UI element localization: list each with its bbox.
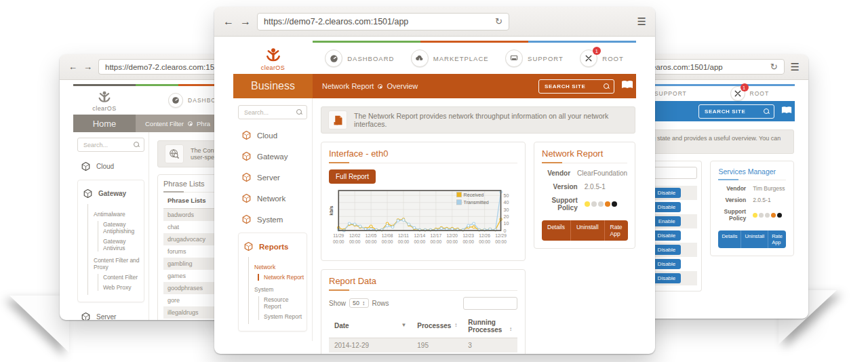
cube-icon <box>241 193 252 203</box>
sidebar-item[interactable]: Gateway <box>241 151 307 161</box>
nav-marketplace[interactable]: MARKETPLACE <box>411 49 489 67</box>
browser-chrome: ← → https://demo7-2.clearos.com:1501/app… <box>214 7 655 37</box>
sidebar-item[interactable]: System <box>241 214 307 224</box>
subtree-group-system: System Resource Report System Report <box>254 286 307 320</box>
user-guide-icon[interactable] <box>621 80 633 92</box>
svg-text:12/11: 12/11 <box>398 233 409 238</box>
app-buttons: Details Uninstall Rate App <box>542 220 628 241</box>
rate-app-button[interactable]: Rate App <box>605 220 628 241</box>
sort-icon[interactable]: ↕ <box>454 322 457 328</box>
services-filter-input[interactable] <box>650 167 697 179</box>
forward-icon[interactable]: → <box>83 62 92 71</box>
table-row[interactable]: 2014-12-28 178 3 <box>329 353 517 354</box>
svg-text:00:00: 00:00 <box>349 239 361 244</box>
sidebar-item[interactable]: Server <box>81 312 144 320</box>
sidebar-item-system-report[interactable]: System Report <box>264 313 307 320</box>
clearos-logo-icon <box>97 89 112 104</box>
sidebar-item-cloud[interactable]: Cloud <box>81 161 144 172</box>
sidebar-item-content-filter[interactable]: Content Filter <box>103 274 144 281</box>
sidebar-item[interactable]: Network <box>241 193 307 203</box>
details-button[interactable]: Details <box>542 220 571 241</box>
full-report-button[interactable]: Full Report <box>329 169 376 184</box>
sidebar-search[interactable] <box>238 105 307 119</box>
site-search-input[interactable] <box>703 108 760 115</box>
column-header-date[interactable]: Date ▼ <box>329 315 412 338</box>
sort-desc-icon[interactable]: ▼ <box>401 322 406 328</box>
sidebar-item-network-report[interactable]: Network Report <box>258 274 307 281</box>
support-policy-dot <box>765 213 770 218</box>
service-toggle-button[interactable]: Disable <box>652 259 682 269</box>
desktop-stage: ← → https://demo7-2.clearos.com:15 <box>0 0 868 362</box>
column-header-running-processes[interactable]: Running Processes ↕ <box>462 315 517 338</box>
section-bar: Business Network Report Overview <box>233 74 636 98</box>
svg-text:00:00: 00:00 <box>333 239 344 244</box>
sidebar-item-gateway-antivirus[interactable]: Gateway Antivirus <box>103 238 144 252</box>
uninstall-button[interactable]: Uninstall <box>741 230 768 248</box>
url-bar[interactable]: 2.clearos.com:1501/app ↻ <box>633 59 785 75</box>
page-size-select[interactable]: 50 ↕ <box>349 298 369 308</box>
user-guide-icon[interactable] <box>781 105 792 117</box>
rate-app-button[interactable]: Rate App <box>768 230 786 248</box>
sort-icon[interactable]: ↕ <box>509 326 512 332</box>
details-button[interactable]: Details <box>718 230 741 248</box>
site-search[interactable] <box>538 79 614 94</box>
site-search-input[interactable] <box>543 83 600 90</box>
cube-icon <box>241 151 252 161</box>
back-icon[interactable]: ← <box>68 62 77 71</box>
logo[interactable]: clearOS <box>233 43 313 74</box>
service-toggle-button[interactable]: Disable <box>652 273 682 283</box>
sidebar-search-input[interactable] <box>243 108 294 117</box>
table-filter-input[interactable] <box>463 297 517 310</box>
nav-root[interactable]: 1 ROOT <box>730 86 770 101</box>
table-row[interactable]: 2014-12-29 195 3 <box>329 338 517 353</box>
nav-support[interactable]: SUPPORT <box>505 49 564 67</box>
sidebar-item[interactable]: Cloud <box>241 130 307 140</box>
service-toggle-button[interactable]: Disable <box>652 188 682 198</box>
sidebar-expanded-gateway: Gateway Antimalware Gateway Antiphishing… <box>77 180 144 302</box>
sidebar-search[interactable] <box>77 138 144 152</box>
services-manager-panel: Services Manager Vendor Tim Burgess Vers… <box>710 161 794 256</box>
support-policy-dots <box>585 197 627 212</box>
reload-icon[interactable]: ↻ <box>495 16 502 26</box>
sidebar-search-input[interactable] <box>82 141 131 149</box>
svg-text:00:00: 00:00 <box>462 239 474 244</box>
brand-text: clearOS <box>92 105 116 112</box>
service-toggle-button[interactable]: Enable <box>653 216 681 226</box>
cube-icon <box>241 172 252 182</box>
cube-icon <box>241 214 252 224</box>
menu-icon[interactable]: ☰ <box>637 16 646 28</box>
uninstall-button[interactable]: Uninstall <box>571 220 605 241</box>
url-bar[interactable]: https://demo7-2.clearos.com:1501/app ↻ <box>257 13 509 31</box>
sidebar-item-gateway[interactable]: Gateway <box>83 188 144 199</box>
support-policy-dot <box>605 201 610 207</box>
svg-text:00:00: 00:00 <box>431 239 442 244</box>
report-data-panel: Report Data Show 50 ↕ Rows <box>321 269 526 354</box>
menu-icon[interactable]: ☰ <box>791 61 800 73</box>
service-toggle-button[interactable]: Disable <box>652 245 682 255</box>
notification-badge: 1 <box>593 47 601 55</box>
sidebar-item-resource-report[interactable]: Resource Report <box>264 296 307 310</box>
browser-window-center: ← → https://demo7-2.clearos.com:1501/app… <box>214 7 655 354</box>
site-search[interactable] <box>698 104 774 119</box>
nav-root[interactable]: 1 ROOT <box>580 49 623 67</box>
cube-icon <box>243 241 254 252</box>
reload-icon[interactable]: ↻ <box>770 62 778 72</box>
sidebar-item-reports[interactable]: Reports <box>243 241 307 252</box>
column-header-processes[interactable]: Processes ↕ <box>412 315 462 338</box>
support-policy-dot <box>612 201 617 207</box>
logo[interactable]: clearOS <box>73 86 136 115</box>
nav-dashboard[interactable]: DASHBOARD <box>325 49 394 67</box>
eth0-chart: 0102030405011/2900:0012/0200:0012/0500:0… <box>329 188 517 254</box>
sidebar-item-web-proxy[interactable]: Web Proxy <box>103 284 144 291</box>
sidebar-item[interactable]: Server <box>241 172 307 182</box>
back-icon[interactable]: ← <box>223 16 234 27</box>
service-toggle-button[interactable]: Disable <box>652 202 682 212</box>
service-toggle-button[interactable]: Disable <box>652 230 682 241</box>
forward-icon[interactable]: → <box>240 16 251 27</box>
breadcrumb-section[interactable]: Network Report <box>322 82 374 90</box>
panel-title: Interface - eth0 <box>329 148 517 163</box>
breadcrumb-section[interactable]: Content Filter <box>145 120 184 127</box>
svg-text:12/17: 12/17 <box>431 233 442 238</box>
panel-title: Network Report <box>542 148 627 163</box>
sidebar-item-gateway-antiphishing[interactable]: Gateway Antiphishing <box>103 221 144 235</box>
